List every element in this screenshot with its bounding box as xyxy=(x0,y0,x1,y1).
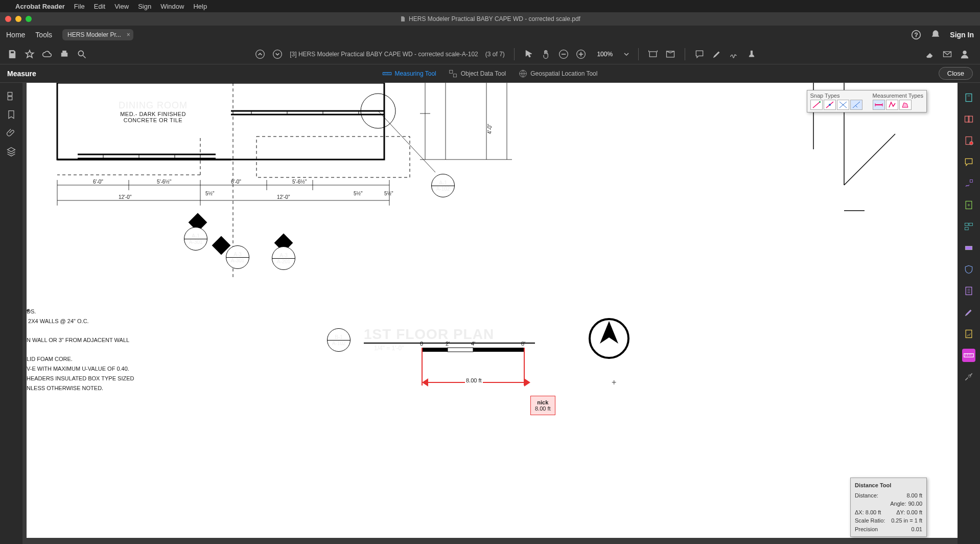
svg-text:6'-0": 6'-0" xyxy=(93,179,103,185)
svg-line-88 xyxy=(855,105,857,107)
tabs-row: Home Tools HERS Modeler Pr... × ? Sign I… xyxy=(0,26,980,44)
svg-text:12'-0": 12'-0" xyxy=(119,194,132,200)
window-minimize[interactable] xyxy=(15,16,21,22)
stamp-icon[interactable] xyxy=(746,49,757,59)
main-toolbar: [3] HERS Modeler Practical BABY CAPE WD … xyxy=(0,44,980,64)
snap-types-panel[interactable]: Snap Types Measurement Types xyxy=(807,90,927,112)
fill-sign-icon[interactable] xyxy=(962,177,975,190)
zoom-level[interactable]: 100% xyxy=(593,51,617,58)
save-icon[interactable] xyxy=(7,49,17,59)
zoom-out-icon[interactable] xyxy=(558,49,569,59)
zoom-dropdown-icon[interactable] xyxy=(624,49,629,59)
geospatial-tool-btn[interactable]: Geospatial Location Tool xyxy=(518,69,597,78)
window-close[interactable] xyxy=(5,16,11,22)
page-indicator-field[interactable]: [3] HERS Modeler Practical BABY CAPE WD … xyxy=(290,51,478,58)
profile-icon[interactable] xyxy=(960,49,970,59)
menu-file[interactable]: File xyxy=(74,3,85,10)
meas-area-btn[interactable] xyxy=(899,100,912,110)
help-icon[interactable]: ? xyxy=(911,30,921,40)
snap-perp-btn[interactable] xyxy=(850,100,862,110)
menu-view[interactable]: View xyxy=(114,3,129,10)
protect-icon[interactable] xyxy=(962,263,975,276)
create-pdf-icon[interactable] xyxy=(962,91,975,104)
snap-intersection-btn[interactable] xyxy=(837,100,849,110)
room-label: DINING ROOM MED.- DARK FINISHED CONCRETE… xyxy=(119,100,188,123)
window-titlebar: HERS Modeler Practical BABY CAPE WD - co… xyxy=(0,12,980,26)
svg-rect-2 xyxy=(11,51,14,53)
measuring-tool-btn[interactable]: Measuring Tool xyxy=(383,69,436,78)
comment-tool-icon[interactable] xyxy=(962,155,975,169)
menu-sign[interactable]: Sign xyxy=(138,3,151,10)
window-maximize[interactable] xyxy=(26,16,32,22)
svg-text:4'-0": 4'-0" xyxy=(487,124,493,134)
svg-point-95 xyxy=(970,142,973,145)
svg-rect-76 xyxy=(448,348,473,352)
drawing-svg: 6'-0" 5'-6½" 6'-0" 5'-6½" 12'-0" 12'-0" … xyxy=(27,83,958,538)
mac-menubar: Acrobat Reader File Edit View Sign Windo… xyxy=(0,0,980,12)
compress-icon[interactable] xyxy=(962,284,975,298)
more-tools-icon[interactable] xyxy=(962,370,975,383)
svg-rect-28 xyxy=(57,83,384,160)
measure-tool-icon[interactable] xyxy=(962,349,975,362)
print-icon[interactable] xyxy=(59,49,69,59)
export-icon[interactable] xyxy=(962,198,975,212)
eraser-icon[interactable] xyxy=(925,49,935,59)
measurement-label: 8.00 ft xyxy=(465,377,483,383)
snap-midpoint-btn[interactable] xyxy=(824,100,836,110)
attachment-icon[interactable] xyxy=(6,128,16,138)
thumbnails-icon[interactable] xyxy=(6,91,16,101)
sign-tool-icon[interactable] xyxy=(962,306,975,319)
signature-icon[interactable] xyxy=(729,49,739,59)
envelope-icon[interactable] xyxy=(942,49,952,59)
close-measure-button[interactable]: Close xyxy=(939,67,973,80)
edit-pdf-icon[interactable] xyxy=(962,134,975,147)
tab-home[interactable]: Home xyxy=(6,31,25,39)
distance-tool-panel[interactable]: Distance Tool Distance:8.00 ft Angle:90.… xyxy=(850,478,927,537)
plan-title: 1ST FLOOR PLAN xyxy=(364,326,535,344)
document-canvas[interactable]: ◂ xyxy=(22,83,958,544)
menu-window[interactable]: Window xyxy=(160,3,184,10)
layers-icon[interactable] xyxy=(6,146,16,156)
document-tab[interactable]: HERS Modeler Pr... × xyxy=(62,29,133,40)
app-name[interactable]: Acrobat Reader xyxy=(15,3,65,10)
sign-in-button[interactable]: Sign In xyxy=(950,31,974,39)
close-tab-icon[interactable]: × xyxy=(127,31,130,38)
redact-icon[interactable] xyxy=(962,241,975,255)
menu-edit[interactable]: Edit xyxy=(94,3,105,10)
organize-icon[interactable] xyxy=(962,220,975,233)
bookmark-icon[interactable] xyxy=(6,109,16,120)
cloud-icon[interactable] xyxy=(42,49,52,59)
meas-distance-btn[interactable] xyxy=(873,100,885,110)
combine-icon[interactable] xyxy=(962,112,975,126)
object-data-tool-btn[interactable]: Object Data Tool xyxy=(449,69,506,78)
pointer-icon[interactable] xyxy=(524,49,534,59)
tab-tools[interactable]: Tools xyxy=(35,31,52,39)
highlight-icon[interactable] xyxy=(712,49,722,59)
snap-endpoint-btn[interactable] xyxy=(810,100,823,110)
svg-line-81 xyxy=(813,102,820,108)
comment-icon[interactable] xyxy=(694,49,705,59)
bell-icon[interactable] xyxy=(930,30,941,40)
zoom-in-icon[interactable] xyxy=(576,49,586,59)
search-icon[interactable] xyxy=(77,49,87,59)
meas-perimeter-btn[interactable] xyxy=(886,100,898,110)
page-up-icon[interactable] xyxy=(255,49,265,59)
svg-line-87 xyxy=(853,102,860,108)
callout-a3-a201: A-3A-201 xyxy=(272,246,295,270)
svg-text:5½": 5½" xyxy=(354,191,363,196)
svg-rect-3 xyxy=(61,53,67,56)
menu-help[interactable]: Help xyxy=(193,3,207,10)
fit-width-icon[interactable] xyxy=(648,49,658,59)
page-down-icon[interactable] xyxy=(272,49,283,59)
read-mode-icon[interactable] xyxy=(665,49,675,59)
svg-point-17 xyxy=(963,51,967,54)
convert-icon[interactable] xyxy=(962,327,975,341)
callout-a3-a301: A-3A-301 xyxy=(226,245,249,269)
svg-text:?: ? xyxy=(915,31,918,38)
document-tab-label: HERS Modeler Pr... xyxy=(67,31,121,38)
notes-block: DS. 2X4 WALLS @ 24" O.C. N WALL OR 3" FR… xyxy=(27,307,134,393)
svg-rect-26 xyxy=(8,93,12,96)
hand-icon[interactable] xyxy=(541,49,551,59)
star-icon[interactable] xyxy=(25,49,35,59)
measurement-popup[interactable]: nick 8.00 ft xyxy=(530,396,555,415)
